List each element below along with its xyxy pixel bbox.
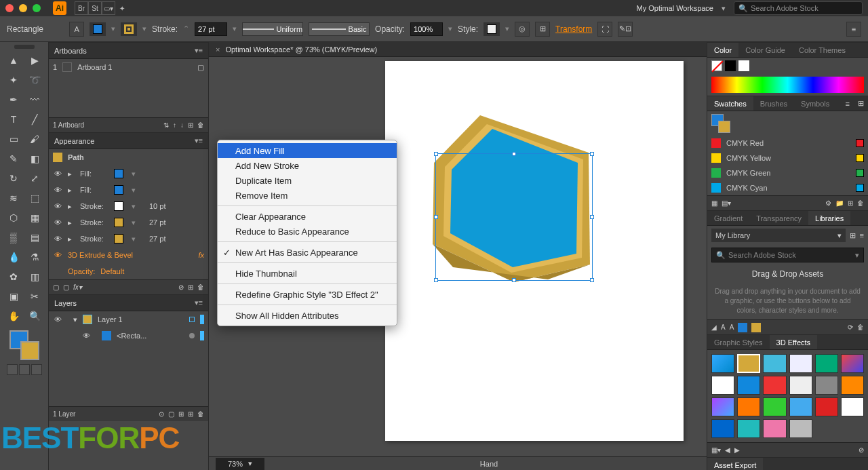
arrange-icon[interactable]: ▭▾ [102,1,115,15]
add-effect-icon[interactable]: fx▾ [73,283,82,291]
type-tool[interactable]: T [4,111,23,128]
appearance-row[interactable]: 👁▸Fill:▾ [49,182,208,198]
opacity-input[interactable] [410,22,443,36]
swatch-row[interactable]: CMYK Green [707,165,868,180]
make-clip-icon[interactable]: ▢ [168,410,174,418]
scroll-right-icon[interactable]: ▶ [734,446,740,454]
blend-tool[interactable]: ⚗ [25,248,44,266]
style-thumb[interactable] [763,376,786,395]
symbol-sprayer-tool[interactable]: ✿ [4,268,23,286]
stroke-color-icon[interactable] [20,341,39,360]
gpu-icon[interactable]: ✦ [115,1,129,15]
menu-clear-appearance[interactable]: Clear Appearance [218,209,397,224]
stroke-profile[interactable]: Uniform [242,22,303,36]
edit-icon[interactable]: ✎⊡ [618,22,633,37]
style-thumb[interactable] [737,397,760,416]
perspective-tool[interactable]: ▦ [25,209,44,227]
swatch-kind-icon[interactable]: ▤▾ [722,199,731,207]
style-thumb[interactable] [789,354,812,373]
new-fill-icon[interactable]: ▢ [53,283,59,291]
tab-libraries[interactable]: Libraries [808,211,850,225]
graph-tool[interactable]: ▥ [25,268,44,286]
color-well[interactable] [9,330,39,360]
new-swatch-icon[interactable]: ⊞ [848,199,853,207]
duplicate-icon[interactable]: ⊞ [188,283,193,291]
gradient-mode-icon[interactable] [19,364,30,375]
scale-tool[interactable]: ⤢ [25,170,44,187]
white-swatch-icon[interactable] [738,60,749,71]
delete-artboard-icon[interactable]: 🗑 [197,121,204,129]
tab-color[interactable]: Color [707,43,738,57]
style-thumb[interactable] [841,376,864,395]
curvature-tool[interactable]: 〰 [25,91,44,109]
appearance-path-row[interactable]: Path [49,149,208,165]
stroke-weight-input[interactable] [195,22,227,36]
new-artboard-icon[interactable]: ⊞ [188,121,193,129]
artboard-tool[interactable]: ▣ [4,288,23,305]
move-up-icon[interactable]: ↑ [173,121,176,129]
stock-icon[interactable]: St [88,1,102,15]
resize-handle-icon[interactable] [590,278,594,282]
style-thumb[interactable] [711,419,734,438]
scroll-left-icon[interactable]: ◀ [725,446,730,454]
list-view-icon[interactable]: ≡ [842,100,854,108]
rectangle-tool[interactable]: ▭ [4,130,23,148]
appearance-row[interactable]: 👁▸Stroke:▾10 pt [49,198,208,214]
style-thumb[interactable] [789,376,812,395]
appearance-row[interactable]: 👁▸Stroke:▾27 pt [49,214,208,231]
swatch-row[interactable]: CMYK Cyan [707,180,868,195]
minimize-window-icon[interactable] [19,4,27,12]
library-search[interactable]: 🔍Search Adobe Stock▾ [711,248,864,262]
document-tab[interactable]: × Optimal Workspace* @ 73% (CMYK/Preview… [209,42,707,57]
bridge-icon[interactable]: Br [75,1,88,15]
zoom-tool[interactable]: 🔍 [25,307,44,325]
tab-3d-effects[interactable]: 3D Effects [770,335,818,349]
style-thumb[interactable] [841,397,864,416]
style-thumb[interactable] [711,354,734,373]
style-thumb[interactable] [815,376,838,395]
style-thumb[interactable] [763,419,786,438]
color-mode-icon[interactable] [7,364,18,375]
tab-swatches[interactable]: Swatches [707,96,753,111]
shape-builder-tool[interactable]: ⬡ [4,209,23,227]
tab-symbols[interactable]: Symbols [794,96,836,111]
new-layer-icon[interactable]: ⊞ [188,410,193,418]
tab-color-guide[interactable]: Color Guide [738,43,792,57]
stock-search[interactable]: 🔍 Search Adobe Stock [734,1,863,15]
transform-link[interactable]: Transform [555,24,592,34]
resize-handle-icon[interactable] [434,215,438,219]
add-text-icon[interactable]: A [721,324,726,331]
add-color-icon[interactable]: A [730,324,734,331]
clear-icon[interactable]: ⊘ [178,283,184,291]
resize-handle-icon[interactable] [434,278,438,282]
tools-grip-icon[interactable] [14,45,35,49]
style-thumb[interactable] [763,354,786,373]
delete-swatch-icon[interactable]: 🗑 [857,199,864,207]
new-stroke-icon[interactable]: ▢ [63,283,69,291]
resize-handle-icon[interactable] [512,278,516,282]
style-thumb[interactable] [789,419,812,438]
fill-swatch[interactable] [90,22,106,36]
hand-tool[interactable]: ✋ [4,307,23,325]
workspace-name[interactable]: My Optimal Workspace [637,4,714,12]
lasso-tool[interactable]: ➰ [25,71,44,89]
appearance-effect-row[interactable]: 👁3D Extrude & Bevelfx [49,247,208,263]
stroke-swatch[interactable] [121,22,137,36]
add-fill-icon[interactable] [738,323,747,332]
style-thumb[interactable] [815,397,838,416]
mesh-tool[interactable]: ▒ [4,229,23,246]
menu-reduce-appearance[interactable]: Reduce to Basic Appearance [218,224,397,239]
menu-new-art-basic[interactable]: ✓New Art Has Basic Appearance [218,245,397,260]
style-thumb[interactable] [737,376,760,395]
new-sublayer-icon[interactable]: ⊞ [178,410,184,418]
new-group-icon[interactable]: 📁 [835,199,844,207]
graphic-style-swatch[interactable] [484,22,500,36]
zoom-level[interactable]: 73%▾ [216,458,264,470]
style-thumb[interactable] [763,397,786,416]
tab-graphic-styles[interactable]: Graphic Styles [707,335,770,349]
menu-hide-thumbnail[interactable]: Hide Thumbnail [218,266,397,281]
style-thumb[interactable] [711,397,734,416]
swatch-lib-icon[interactable]: ▦ [711,199,717,207]
menu-add-stroke[interactable]: Add New Stroke [218,158,397,173]
swatch-well[interactable] [711,114,730,133]
